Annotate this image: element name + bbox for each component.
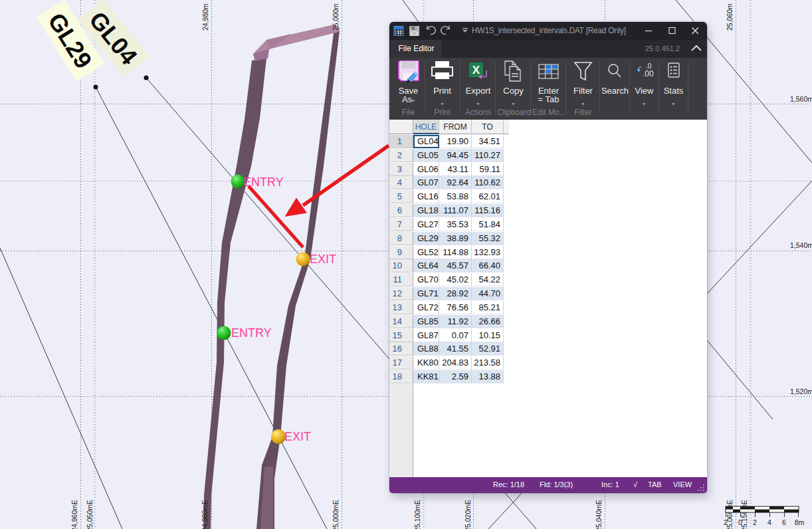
svg-text:25,060m: 25,060m: [726, 3, 734, 31]
svg-text:24,960mE: 24,960mE: [70, 500, 78, 529]
svg-text:.00: .00: [643, 69, 654, 78]
svg-text:25,000m: 25,000m: [332, 3, 340, 31]
svg-text:X: X: [472, 64, 480, 76]
svg-text:24,980m: 24,980m: [201, 3, 209, 31]
svg-text:ENTRY: ENTRY: [243, 175, 284, 189]
svg-text:6: 6: [782, 518, 786, 526]
svg-text:25,040mE: 25,040mE: [595, 500, 603, 529]
svg-text:25,100mE: 25,100mE: [413, 500, 421, 529]
svg-text:25,020mE: 25,020mE: [464, 500, 472, 529]
svg-text:1,540m: 1,540m: [790, 241, 812, 249]
svg-text:EXIT: EXIT: [284, 430, 311, 443]
svg-text:4: 4: [767, 518, 771, 526]
svg-text:1,560m: 1,560m: [790, 95, 812, 103]
svg-text:25,000mE: 25,000mE: [332, 500, 340, 529]
svg-text:25,050mE: 25,050mE: [86, 500, 94, 529]
svg-text:0: 0: [738, 518, 742, 526]
svg-text:ENTRY: ENTRY: [231, 326, 272, 340]
svg-text:EXIT: EXIT: [310, 253, 336, 266]
svg-text:2: 2: [753, 518, 757, 526]
svg-text:1,520m: 1,520m: [790, 387, 812, 395]
svg-text:2: 2: [724, 518, 728, 526]
svg-text:24,980mE: 24,980mE: [201, 500, 209, 529]
svg-text:8m: 8m: [795, 518, 805, 526]
